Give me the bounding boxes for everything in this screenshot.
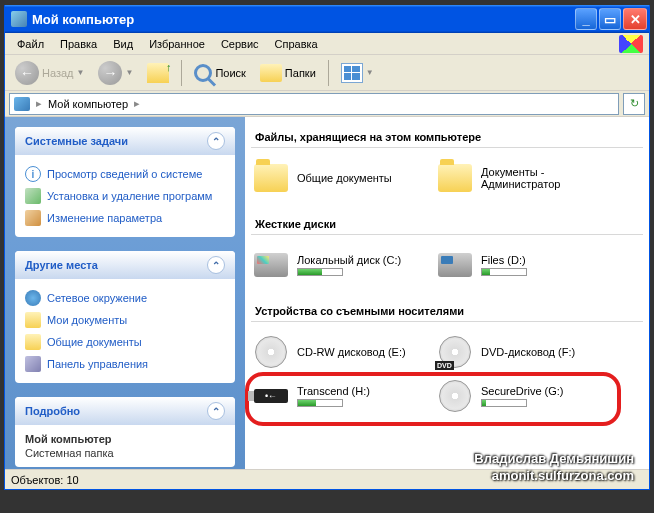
back-button[interactable]: ← Назад ▼ — [11, 59, 88, 87]
item-label: Files (D:) — [481, 254, 527, 266]
place-label: Сетевое окружение — [47, 292, 147, 304]
task-system-info[interactable]: i Просмотр сведений о системе — [25, 163, 225, 185]
menu-tools[interactable]: Сервис — [213, 36, 267, 52]
window-title: Мой компьютер — [32, 12, 575, 27]
item-label: CD-RW дисковод (E:) — [297, 346, 406, 358]
chevron-up-icon: ⌃ — [207, 132, 225, 150]
task-change-setting[interactable]: Изменение параметра — [25, 207, 225, 229]
item-label: Документы - Администратор — [481, 166, 609, 190]
drive-item[interactable]: Локальный диск (C:) — [251, 245, 427, 285]
drive-item[interactable]: •←Transcend (H:) — [251, 376, 427, 416]
chevron-up-icon: ⌃ — [207, 402, 225, 420]
drive-item[interactable]: Files (D:) — [435, 245, 611, 285]
hdd-icon — [253, 247, 289, 283]
place-label: Мои документы — [47, 314, 127, 326]
usage-bar — [481, 399, 527, 407]
search-button[interactable]: Поиск — [190, 62, 249, 84]
usage-bar — [481, 268, 527, 276]
panel-details: Подробно ⌃ Мой компьютер Системная папка — [15, 397, 235, 467]
usb-icon: •← — [254, 389, 288, 403]
details-name: Мой компьютер — [25, 433, 225, 445]
section-header-removable: Устройства со съемными носителями — [251, 303, 643, 322]
folder-icon — [25, 334, 41, 350]
panel-header[interactable]: Подробно ⌃ — [15, 397, 235, 425]
chevron-down-icon: ▼ — [366, 68, 374, 77]
programs-icon — [25, 188, 41, 204]
folders-icon — [260, 64, 282, 82]
folder-item[interactable]: Документы - Администратор — [435, 158, 611, 198]
folder-icon — [253, 160, 289, 196]
folder-item[interactable]: Общие документы — [251, 158, 427, 198]
panel-header[interactable]: Системные задачи ⌃ — [15, 127, 235, 155]
place-shared-documents[interactable]: Общие документы — [25, 331, 225, 353]
place-network[interactable]: Сетевое окружение — [25, 287, 225, 309]
task-add-remove-programs[interactable]: Установка и удаление программ — [25, 185, 225, 207]
task-label: Просмотр сведений о системе — [47, 168, 202, 180]
details-type: Системная папка — [25, 447, 225, 459]
breadcrumb-root[interactable]: Мой компьютер — [48, 98, 128, 110]
search-icon — [194, 64, 212, 82]
minimize-button[interactable]: _ — [575, 8, 597, 30]
menu-file[interactable]: Файл — [9, 36, 52, 52]
windows-flag-icon — [619, 35, 643, 53]
title-bar[interactable]: Мой компьютер _ ▭ ✕ — [5, 5, 649, 33]
place-label: Панель управления — [47, 358, 148, 370]
drive-item[interactable]: SecureDrive (G:) — [435, 376, 611, 416]
dvd-icon: DVD — [439, 336, 471, 368]
section-header-hdd: Жесткие диски — [251, 216, 643, 235]
place-my-documents[interactable]: Мои документы — [25, 309, 225, 331]
computer-icon — [14, 97, 30, 111]
close-button[interactable]: ✕ — [623, 8, 647, 30]
drive-item[interactable]: CD-RW дисковод (E:) — [251, 332, 427, 372]
breadcrumb-sep: ▸ — [36, 97, 42, 110]
panel-header[interactable]: Другие места ⌃ — [15, 251, 235, 279]
chevron-down-icon: ▼ — [77, 68, 85, 77]
refresh-button[interactable]: ↻ — [623, 93, 645, 115]
task-label: Изменение параметра — [47, 212, 162, 224]
up-button[interactable] — [143, 61, 173, 85]
views-button[interactable]: ▼ — [337, 61, 378, 85]
menu-bar: Файл Правка Вид Избранное Сервис Справка — [5, 33, 649, 55]
status-objects: Объектов: 10 — [11, 474, 79, 486]
panel-title: Подробно — [25, 405, 80, 417]
settings-icon — [25, 210, 41, 226]
usage-bar — [297, 268, 343, 276]
place-control-panel[interactable]: Панель управления — [25, 353, 225, 375]
item-label: Локальный диск (C:) — [297, 254, 401, 266]
folders-label: Папки — [285, 67, 316, 79]
forward-arrow-icon: → — [98, 61, 122, 85]
menu-edit[interactable]: Правка — [52, 36, 105, 52]
cd-icon — [255, 336, 287, 368]
folders-button[interactable]: Папки — [256, 62, 320, 84]
folder-icon — [25, 312, 41, 328]
sidebar: Системные задачи ⌃ i Просмотр сведений о… — [5, 117, 245, 469]
item-label: DVD-дисковод (F:) — [481, 346, 575, 358]
folder-icon — [437, 160, 473, 196]
toolbar: ← Назад ▼ → ▼ Поиск Папки ▼ — [5, 55, 649, 91]
panel-title: Другие места — [25, 259, 98, 271]
drive-item[interactable]: DVDDVD-дисковод (F:) — [435, 332, 611, 372]
folder-up-icon — [147, 63, 169, 83]
item-label: Общие документы — [297, 172, 392, 184]
chevron-down-icon: ▼ — [125, 68, 133, 77]
back-label: Назад — [42, 67, 74, 79]
menu-view[interactable]: Вид — [105, 36, 141, 52]
network-icon — [25, 290, 41, 306]
info-icon: i — [25, 166, 41, 182]
place-label: Общие документы — [47, 336, 142, 348]
control-panel-icon — [25, 356, 41, 372]
forward-button[interactable]: → ▼ — [94, 59, 137, 87]
address-field[interactable]: ▸ Мой компьютер ▸ — [9, 93, 619, 115]
hdd-icon — [437, 247, 473, 283]
menu-help[interactable]: Справка — [267, 36, 326, 52]
task-label: Установка и удаление программ — [47, 190, 212, 202]
chevron-up-icon: ⌃ — [207, 256, 225, 274]
address-bar: ▸ Мой компьютер ▸ ↻ — [5, 91, 649, 117]
maximize-button[interactable]: ▭ — [599, 8, 621, 30]
breadcrumb-sep: ▸ — [134, 97, 140, 110]
explorer-window: Мой компьютер _ ▭ ✕ Файл Правка Вид Избр… — [4, 5, 650, 490]
menu-favorites[interactable]: Избранное — [141, 36, 213, 52]
search-label: Поиск — [215, 67, 245, 79]
disk-icon — [439, 380, 471, 412]
usage-bar — [297, 399, 343, 407]
